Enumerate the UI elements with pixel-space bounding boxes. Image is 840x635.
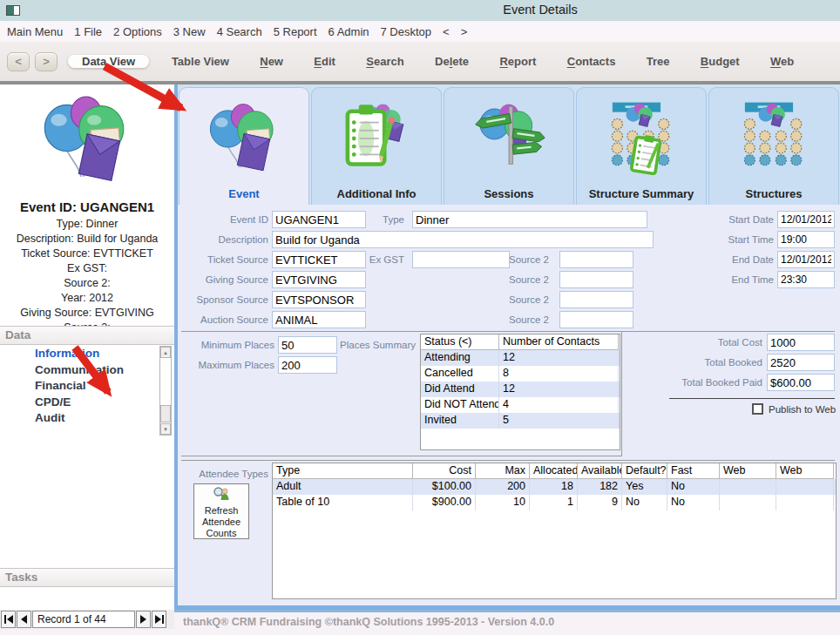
total-booked-field[interactable] xyxy=(767,354,835,371)
menu-item-7-desktop[interactable]: 7 Desktop xyxy=(381,25,432,38)
total-booked-paid-field[interactable] xyxy=(767,374,835,391)
places-table-row[interactable]: Invited5 xyxy=(421,413,620,429)
scrollbar-thumb[interactable] xyxy=(160,405,171,422)
menu-item-1-file[interactable]: 1 File xyxy=(74,25,102,38)
maximum-places-field[interactable] xyxy=(278,356,337,374)
total-booked-label: Total Booked xyxy=(610,354,762,371)
refresh-attendee-counts-button[interactable]: RefreshAttendeeCounts xyxy=(193,483,249,539)
attendee-table-header-cell: Web xyxy=(720,463,776,479)
menu-item-5-report[interactable]: 5 Report xyxy=(274,25,317,38)
places-table-row-cell: 12 xyxy=(499,382,619,397)
menu-item-2-options[interactable]: 2 Options xyxy=(113,25,162,38)
places-table-row[interactable]: Did NOT Attend4 xyxy=(421,397,620,413)
attendee-table-row[interactable]: Table of 10$900.001019NoNo xyxy=(273,495,836,510)
toolbar-report-button[interactable]: Report xyxy=(499,55,536,68)
description-field[interactable] xyxy=(272,231,654,248)
attendee-table-row-cell: 9 xyxy=(578,495,622,510)
data-list-scrollbar[interactable]: ▲ ▼ xyxy=(159,346,172,436)
forward-button[interactable]: > xyxy=(35,52,58,71)
attendee-table-row-cell: Table of 10 xyxy=(273,495,413,510)
tab-structure-summary[interactable]: Structure Summary xyxy=(576,87,707,205)
source2-field-1[interactable] xyxy=(559,251,633,268)
auction-source-field[interactable] xyxy=(272,311,366,328)
places-table-row[interactable]: Did Attend12 xyxy=(421,382,620,397)
event-form: Event ID Type Start Date Description Sta… xyxy=(178,205,840,605)
menu-item-blank[interactable]: < xyxy=(443,25,450,38)
attendee-table-row-cell: $100.00 xyxy=(413,479,476,495)
toolbar-new-button[interactable]: New xyxy=(260,55,283,68)
start-date-field[interactable] xyxy=(777,211,835,228)
totals-divider xyxy=(669,398,835,399)
places-table-header-cell: Number of Contacts xyxy=(499,334,619,350)
sponsor-source-field[interactable] xyxy=(272,291,366,308)
attendee-table-row-cell xyxy=(720,495,776,510)
places-table-row-cell: 5 xyxy=(499,413,619,429)
first-record-icon[interactable] xyxy=(1,611,16,628)
tasks-section-header[interactable]: Tasks xyxy=(0,568,174,587)
menu-item-6-admin[interactable]: 6 Admin xyxy=(329,25,369,38)
attendee-types-table[interactable]: TypeCostMaxAllocatedAvailableDefault?Fas… xyxy=(272,463,837,599)
attendee-table-header[interactable]: TypeCostMaxAllocatedAvailableDefault?Fas… xyxy=(273,463,836,479)
giving-source-field[interactable] xyxy=(272,271,366,288)
publish-to-web-checkbox[interactable] xyxy=(752,403,763,415)
attendee-table-row[interactable]: Adult$100.0020018182YesNo xyxy=(273,479,836,495)
source2-label-3: Source 2 xyxy=(462,291,549,308)
tab-additional-info[interactable]: Additional Info xyxy=(311,87,442,205)
places-summary-table[interactable]: Status (<)Number of ContactsAttending12C… xyxy=(420,334,620,450)
type-label: Type xyxy=(331,211,404,228)
last-record-icon[interactable] xyxy=(152,611,166,628)
description-label: Description xyxy=(178,231,268,248)
source2-field-2[interactable] xyxy=(559,271,633,288)
source2-field-3[interactable] xyxy=(559,291,633,308)
places-table-header[interactable]: Status (<)Number of Contacts xyxy=(421,334,620,350)
tab-structures[interactable]: Structures xyxy=(708,87,839,205)
menu-item-4-search[interactable]: 4 Search xyxy=(217,25,262,38)
toolbar-contacts-button[interactable]: Contacts xyxy=(567,55,616,68)
previous-record-icon[interactable] xyxy=(17,611,31,628)
refresh-button-line: Attendee xyxy=(194,517,248,528)
summary-lines: Type: DinnerDescription: Build for Ugand… xyxy=(0,217,174,335)
menu-item-main-menu[interactable]: Main Menu xyxy=(7,25,63,38)
start-time-field[interactable] xyxy=(777,231,835,248)
ex-gst-label: Ex GST xyxy=(331,251,404,268)
attendee-table-header-cell: Web xyxy=(776,463,834,479)
summary-line: Ticket Source: EVTTICKET xyxy=(0,247,174,261)
toolbar-delete-button[interactable]: Delete xyxy=(435,55,469,68)
end-time-field[interactable] xyxy=(777,271,835,288)
record-navigator: Record 1 of 44 xyxy=(0,610,174,629)
tab-sessions[interactable]: Sessions xyxy=(444,87,574,205)
places-summary-label: Places Summary xyxy=(314,336,416,354)
places-table-row[interactable]: Attending12 xyxy=(421,350,620,366)
structure-summary-icon xyxy=(601,95,681,182)
scroll-down-icon[interactable]: ▼ xyxy=(160,423,171,435)
attendee-table-row-cell: 200 xyxy=(476,479,530,495)
type-field[interactable] xyxy=(412,211,647,228)
toolbar-edit-button[interactable]: Edit xyxy=(314,55,335,68)
summary-line: Type: Dinner xyxy=(0,217,174,232)
annotation-arrow-data-view xyxy=(98,59,211,127)
toolbar-tree-button[interactable]: Tree xyxy=(647,55,670,68)
menu-item-blank[interactable]: > xyxy=(461,25,468,38)
back-button[interactable]: < xyxy=(7,52,30,71)
toolbar-web-button[interactable]: Web xyxy=(770,55,794,68)
start-date-label: Start Date xyxy=(662,211,774,228)
source2-label-1: Source 2 xyxy=(462,251,549,268)
minimum-places-label: Minimum Places xyxy=(178,336,274,354)
clipboard-icon xyxy=(336,95,417,182)
attendee-table-header-cell: Max xyxy=(476,463,530,479)
menu-item-3-new[interactable]: 3 New xyxy=(173,25,206,38)
event-id-label: Event ID xyxy=(178,211,268,228)
scroll-up-icon[interactable]: ▲ xyxy=(160,347,171,358)
toolbar-budget-button[interactable]: Budget xyxy=(701,55,740,68)
end-date-field[interactable] xyxy=(777,251,835,268)
next-record-icon[interactable] xyxy=(136,611,151,628)
source2-field-4[interactable] xyxy=(559,311,633,328)
toolbar-search-button[interactable]: Search xyxy=(366,55,403,68)
total-cost-field[interactable] xyxy=(767,334,835,351)
summary-line: Giving Source: EVTGIVING xyxy=(0,306,174,321)
end-time-label: End Time xyxy=(662,271,774,288)
places-section-border xyxy=(181,331,835,332)
tab-sessions-label: Sessions xyxy=(444,187,573,200)
places-section-bottom-border xyxy=(181,456,622,456)
places-table-row[interactable]: Cancelled8 xyxy=(421,366,620,382)
